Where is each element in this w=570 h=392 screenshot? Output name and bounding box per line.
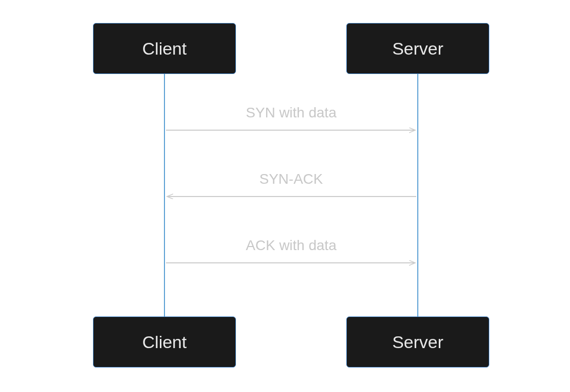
message-label: ACK with data [163,237,419,254]
sequence-diagram: Client Server Client Server SYN with dat… [0,0,570,392]
actor-label: Client [142,39,187,59]
message-label: SYN-ACK [163,171,419,187]
actor-label: Server [392,39,443,59]
message-label: SYN with data [163,105,419,121]
actor-client-bottom: Client [93,316,236,368]
actor-server-bottom: Server [346,316,489,368]
actor-server-top: Server [346,23,489,74]
actor-label: Client [142,332,187,352]
actor-client-top: Client [93,23,236,74]
actor-label: Server [392,332,443,352]
